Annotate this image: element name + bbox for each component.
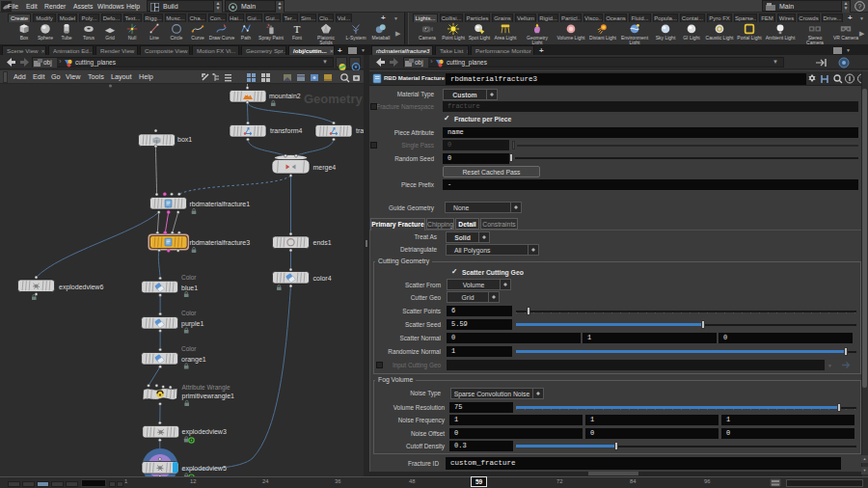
svg-text:explodedview5: explodedview5 — [182, 465, 227, 473]
svg-text:primitivewrangle1: primitivewrangle1 — [182, 393, 235, 400]
svg-text:?: ? — [858, 3, 862, 10]
svg-text:color4: color4 — [313, 275, 332, 282]
svg-text:tra: tra — [356, 127, 364, 134]
svg-text:transform4: transform4 — [270, 127, 303, 134]
svg-text:orange1: orange1 — [181, 356, 206, 364]
svg-text:merge4: merge4 — [313, 164, 337, 172]
svg-text:Color: Color — [181, 274, 197, 281]
svg-text:mountain2: mountain2 — [269, 93, 301, 99]
svg-text:explodedview6: explodedview6 — [59, 284, 103, 291]
svg-text:rbdmaterialfracture3: rbdmaterialfracture3 — [190, 239, 251, 246]
svg-text:T: T — [294, 23, 301, 35]
svg-text:rbdmaterialfracture1: rbdmaterialfracture1 — [190, 201, 251, 207]
svg-text:Attribute Wrangle: Attribute Wrangle — [182, 384, 231, 392]
svg-text:ends1: ends1 — [313, 239, 332, 246]
svg-text:Geometry: Geometry — [304, 92, 363, 106]
svg-text:box1: box1 — [177, 136, 192, 143]
svg-text:Color: Color — [181, 310, 197, 316]
svg-text:blue1: blue1 — [181, 285, 198, 291]
svg-text:purple1: purple1 — [181, 320, 203, 328]
svg-text:Color: Color — [181, 345, 197, 352]
svg-text:explodedview3: explodedview3 — [182, 428, 227, 436]
